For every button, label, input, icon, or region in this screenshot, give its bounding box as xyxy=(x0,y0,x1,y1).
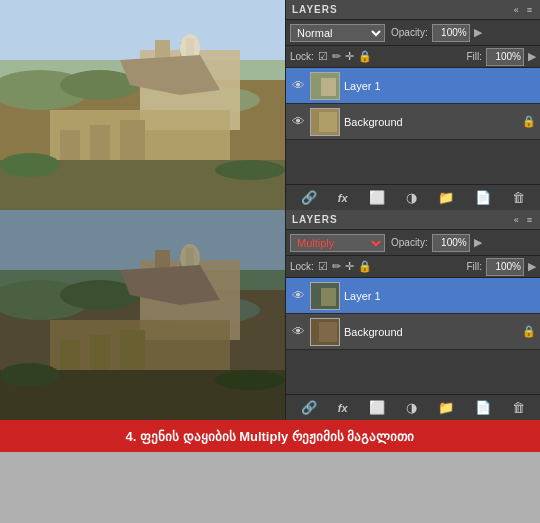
top-layers-panel: LAYERS « ≡ Normal Multiply Screen Opacit… xyxy=(285,0,540,210)
bottom-titlebar-controls: « ≡ xyxy=(512,215,534,225)
svg-rect-22 xyxy=(319,112,337,132)
bottom-trash-icon[interactable]: 🗑 xyxy=(510,400,527,415)
top-trash-icon[interactable]: 🗑 xyxy=(510,190,527,205)
bottom-adj-icon[interactable]: ◑ xyxy=(404,400,419,415)
bottom-layers-panel: LAYERS « ≡ Normal Multiply Screen Opacit… xyxy=(285,210,540,420)
svg-rect-43 xyxy=(321,288,336,306)
bottom-background-layer[interactable]: 👁 Background 🔒 xyxy=(286,314,540,350)
bottom-panel: LAYERS « ≡ Normal Multiply Screen Opacit… xyxy=(0,210,540,420)
top-mask-icon[interactable]: ⬜ xyxy=(367,190,387,205)
bottom-layer1-thumb xyxy=(310,282,340,310)
top-opacity-label: Opacity: xyxy=(391,27,428,38)
bottom-layer1-eye-icon[interactable]: 👁 xyxy=(290,288,306,303)
top-lock-brush-icon[interactable]: ✏ xyxy=(332,50,341,63)
bottom-lock-row: Lock: ☑ ✏ ✛ 🔒 Fill: ▶ xyxy=(286,256,540,278)
caption-text: 4. ფენის დაყიბის Multiply რეჟიმის მაგალი… xyxy=(125,429,414,444)
top-opacity-arrow[interactable]: ▶ xyxy=(474,26,482,39)
top-adj-icon[interactable]: ◑ xyxy=(404,190,419,205)
top-titlebar-controls: « ≡ xyxy=(512,5,534,15)
bottom-fx-icon[interactable]: fx xyxy=(336,402,350,414)
top-new-icon[interactable]: 📄 xyxy=(473,190,493,205)
top-layer-1[interactable]: 👁 Layer 1 xyxy=(286,68,540,104)
bottom-lock-all-icon[interactable]: 🔒 xyxy=(358,260,372,273)
top-menu-btn[interactable]: ≡ xyxy=(525,5,534,15)
top-layers-list: 👁 Layer 1 👁 Background 🔒 xyxy=(286,68,540,184)
bottom-opacity-input[interactable] xyxy=(432,234,470,252)
bottom-fill-label: Fill: xyxy=(466,261,482,272)
top-lock-check-icon[interactable]: ☑ xyxy=(318,50,328,63)
svg-point-17 xyxy=(0,153,60,177)
bottom-lock-check-icon[interactable]: ☑ xyxy=(318,260,328,273)
bottom-layer1-name: Layer 1 xyxy=(344,290,536,302)
top-bg-thumb xyxy=(310,108,340,136)
bottom-menu-btn[interactable]: ≡ xyxy=(525,215,534,225)
top-blend-mode-select[interactable]: Normal Multiply Screen xyxy=(290,24,385,42)
top-layers-titlebar: LAYERS « ≡ xyxy=(286,0,540,20)
bottom-mask-icon[interactable]: ⬜ xyxy=(367,400,387,415)
top-fx-icon[interactable]: fx xyxy=(336,192,350,204)
top-photo xyxy=(0,0,285,210)
svg-rect-20 xyxy=(321,78,336,96)
svg-point-40 xyxy=(0,363,60,387)
top-layer1-name: Layer 1 xyxy=(344,80,536,92)
bottom-lock-move-icon[interactable]: ✛ xyxy=(345,260,354,273)
svg-point-41 xyxy=(215,370,285,390)
bottom-group-icon[interactable]: 📁 xyxy=(436,400,456,415)
top-fill-input[interactable] xyxy=(486,48,524,66)
top-layers-bottom-toolbar: 🔗 fx ⬜ ◑ 📁 📄 🗑 xyxy=(286,184,540,210)
bottom-blend-mode-select[interactable]: Normal Multiply Screen xyxy=(290,234,385,252)
top-group-icon[interactable]: 📁 xyxy=(436,190,456,205)
bottom-layers-title: LAYERS xyxy=(292,214,338,225)
top-lock-label: Lock: xyxy=(290,51,314,62)
top-background-layer[interactable]: 👁 Background 🔒 xyxy=(286,104,540,140)
main-container: LAYERS « ≡ Normal Multiply Screen Opacit… xyxy=(0,0,540,523)
bottom-layers-bottom-toolbar: 🔗 fx ⬜ ◑ 📁 📄 🗑 xyxy=(286,394,540,420)
top-bg-eye-icon[interactable]: 👁 xyxy=(290,114,306,129)
top-fill-arrow[interactable]: ▶ xyxy=(528,50,536,63)
bottom-link-icon[interactable]: 🔗 xyxy=(299,400,319,415)
top-lock-move-icon[interactable]: ✛ xyxy=(345,50,354,63)
caption-bar: 4. ფენის დაყიბის Multiply რეჟიმის მაგალი… xyxy=(0,420,540,452)
top-bg-name: Background xyxy=(344,116,518,128)
svg-point-18 xyxy=(215,160,285,180)
bottom-collapse-btn[interactable]: « xyxy=(512,215,521,225)
top-collapse-btn[interactable]: « xyxy=(512,5,521,15)
bottom-layers-list: 👁 Layer 1 👁 Background 🔒 xyxy=(286,278,540,394)
bottom-photo xyxy=(0,210,285,420)
top-opacity-input[interactable] xyxy=(432,24,470,42)
top-layers-toolbar: Normal Multiply Screen Opacity: ▶ xyxy=(286,20,540,46)
bottom-bg-name: Background xyxy=(344,326,518,338)
bottom-lock-label: Lock: xyxy=(290,261,314,272)
bottom-lock-brush-icon[interactable]: ✏ xyxy=(332,260,341,273)
bottom-bg-eye-icon[interactable]: 👁 xyxy=(290,324,306,339)
top-fill-label: Fill: xyxy=(466,51,482,62)
top-layer1-thumb xyxy=(310,72,340,100)
bottom-fill-arrow[interactable]: ▶ xyxy=(528,260,536,273)
top-panel: LAYERS « ≡ Normal Multiply Screen Opacit… xyxy=(0,0,540,210)
bottom-opacity-arrow[interactable]: ▶ xyxy=(474,236,482,249)
top-lock-all-icon[interactable]: 🔒 xyxy=(358,50,372,63)
bottom-layers-toolbar: Normal Multiply Screen Opacity: ▶ xyxy=(286,230,540,256)
top-link-icon[interactable]: 🔗 xyxy=(299,190,319,205)
top-lock-row: Lock: ☑ ✏ ✛ 🔒 Fill: ▶ xyxy=(286,46,540,68)
bottom-fill-input[interactable] xyxy=(486,258,524,276)
bottom-layers-titlebar: LAYERS « ≡ xyxy=(286,210,540,230)
bottom-new-icon[interactable]: 📄 xyxy=(473,400,493,415)
top-bg-lock-icon: 🔒 xyxy=(522,115,536,128)
bottom-opacity-label: Opacity: xyxy=(391,237,428,248)
bottom-bg-thumb xyxy=(310,318,340,346)
bottom-layer-1[interactable]: 👁 Layer 1 xyxy=(286,278,540,314)
bottom-bg-lock-icon: 🔒 xyxy=(522,325,536,338)
top-layer1-eye-icon[interactable]: 👁 xyxy=(290,78,306,93)
svg-rect-45 xyxy=(319,322,337,342)
top-layers-title: LAYERS xyxy=(292,4,338,15)
